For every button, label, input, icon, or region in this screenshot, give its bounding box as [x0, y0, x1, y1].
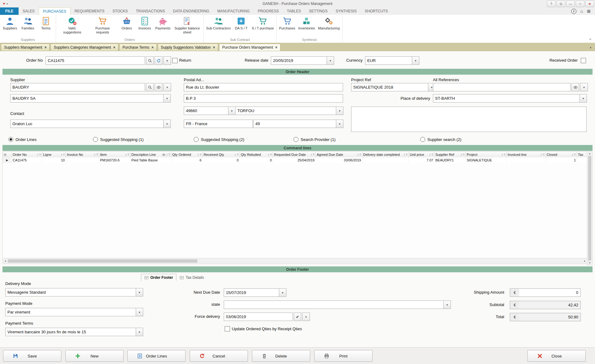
column-header[interactable]: Invoice NoΣ ∇ — [66, 151, 99, 158]
close-window-button[interactable]: ✕ — [585, 1, 594, 7]
column-header[interactable]: ProjectΣ ∇ — [466, 151, 507, 158]
quick-access-dropdown-icon[interactable]: ▾ — [7, 2, 8, 5]
grid-cell[interactable]: 6 — [171, 157, 203, 163]
grid-cell[interactable] — [66, 157, 99, 163]
payment-mode-dropdown-button[interactable]: ▾ — [136, 308, 143, 316]
department-input[interactable]: 49 — [253, 120, 336, 128]
currency-dropdown-button[interactable]: ▾ — [412, 56, 419, 65]
column-header[interactable]: Delivery date completedΣ ∇ — [362, 151, 409, 158]
delivery-mode-input[interactable]: Messagerie Standard — [5, 288, 136, 296]
payment-mode-input[interactable]: Par virement — [5, 308, 136, 316]
scroll-thumb[interactable] — [8, 259, 197, 263]
tab-close-icon[interactable]: × — [275, 45, 277, 50]
grid-cell[interactable]: PM160720-5 — [99, 157, 130, 163]
tab-close-icon[interactable]: × — [152, 45, 154, 50]
doc-tab-suppliers-categories-management[interactable]: Suppliers Categories Management × — [51, 44, 118, 51]
ribbon-collapse-icon[interactable]: ^ — [589, 38, 591, 42]
grid-cell[interactable]: 03/06/2019 — [316, 157, 362, 163]
order-lines-button[interactable]: Order Lines — [127, 350, 186, 362]
ribbon-suppliers-button[interactable]: Suppliers — [1, 16, 19, 31]
ribbon-st-purchase-button[interactable]: S / T purchase — [250, 16, 275, 31]
menu-tab-settings[interactable]: SETTINGS — [305, 7, 332, 15]
sort-filter-icons[interactable]: Σ ∇ — [429, 153, 433, 156]
tab-close-icon[interactable]: × — [113, 45, 115, 50]
sort-filter-icons[interactable]: Σ ∇ — [311, 153, 315, 156]
order-no-dropdown-button[interactable]: ▾ — [163, 56, 171, 65]
close-button[interactable]: Close — [527, 350, 586, 362]
column-header[interactable]: Unit priceΣ ∇ — [409, 151, 434, 158]
shipping-amount-input[interactable]: 0 — [519, 288, 581, 297]
column-header[interactable]: Qty OrderedΣ ∇ — [171, 151, 203, 158]
view-option-suggested-shopping-1[interactable]: Suggested Shopping (1) — [93, 137, 143, 142]
department-dropdown-button[interactable]: ▾ — [336, 120, 343, 128]
help-button[interactable]: ? — [547, 1, 556, 7]
grid-row[interactable]: ▶ CA11475 10 PM160720-5 Pied Table Basse… — [2, 157, 588, 163]
sort-filter-icons[interactable]: Σ ∇ — [235, 153, 239, 156]
order-no-input[interactable]: CA11475 — [46, 56, 145, 65]
supplier-name-dropdown-button[interactable]: ▾ — [164, 94, 171, 103]
tab-close-icon[interactable]: × — [213, 45, 215, 50]
sort-filter-icons[interactable]: Σ ∇ — [501, 153, 505, 156]
all-references-input[interactable] — [433, 83, 571, 91]
payment-terms-dropdown-button[interactable]: ▾ — [136, 328, 143, 336]
view-option-search-provider-1[interactable]: Search Provider (1) — [293, 137, 336, 142]
sort-filter-icons[interactable]: Σ ∇ — [37, 153, 41, 156]
ribbon-purchase-requests-button[interactable]: Purchase requests — [87, 16, 118, 35]
new-button[interactable]: New — [65, 350, 124, 362]
sort-filter-icons[interactable]: Σ ∇ — [166, 153, 170, 156]
sort-filter-icons[interactable]: Σ ∇ — [540, 153, 544, 156]
view-option-suggested-shopping-2[interactable]: Suggested Shopping (2) — [194, 137, 244, 142]
tab-list-dropdown-icon[interactable]: ▾ — [587, 46, 594, 51]
menu-tab-requirements[interactable]: REQUIREMENTS — [70, 7, 108, 15]
column-header[interactable]: Qty RebuttedΣ ∇ — [240, 151, 273, 158]
grid-cell[interactable]: SIGNALETIQUE — [466, 157, 507, 163]
calculator-icon[interactable]: ⊞ — [587, 9, 591, 14]
column-header[interactable]: Description LineΣ ∇ — [130, 151, 171, 158]
info-icon[interactable]: i — [571, 9, 576, 14]
ribbon-da-st-button[interactable]: DA S / T — [232, 16, 250, 31]
tab-close-icon[interactable]: × — [44, 45, 46, 50]
vertical-scrollbar[interactable]: ▴ ▾ — [587, 151, 593, 265]
column-header[interactable]: Supplier RefΣ ∇ — [434, 151, 466, 158]
postcode-dropdown-button[interactable]: ▾ — [228, 107, 236, 115]
grid-body[interactable] — [2, 163, 588, 258]
payment-terms-input[interactable]: Virement bancaire 30 jours fin de mois l… — [5, 328, 136, 336]
state-dropdown-button[interactable]: ▾ — [444, 300, 451, 309]
menu-tab-progress[interactable]: PROGRESS — [254, 7, 283, 15]
menu-tab-transactions[interactable]: TRANSACTIONS — [132, 7, 169, 15]
supplier-search-button[interactable] — [146, 83, 154, 91]
eye-icon[interactable] — [162, 153, 165, 156]
scroll-left-icon[interactable]: ◂ — [3, 260, 8, 262]
print-button[interactable]: Print — [314, 350, 372, 362]
sort-filter-icons[interactable]: Σ ∇ — [357, 153, 361, 156]
order-search-button[interactable] — [146, 56, 154, 65]
doc-tab-supply-suggestions-validation[interactable]: Supply Suggestions Validation × — [158, 44, 218, 51]
tab-tax-details[interactable]: Tax Details — [176, 274, 207, 281]
grid-cell[interactable]: CA11475 — [12, 157, 42, 163]
view-option-supplier-search-2[interactable]: Supplier search (2) — [420, 137, 461, 142]
ribbon-orders-button[interactable]: Orders — [118, 16, 136, 31]
horizontal-scrollbar[interactable]: ◂ ▸ — [2, 258, 588, 264]
grid-cell[interactable]: 25/04/2019 — [273, 157, 316, 163]
address-line1-input[interactable]: Rue du Lt. Bouvier — [184, 83, 343, 91]
return-checkbox[interactable] — [172, 58, 178, 63]
doc-tab-purchase-orders-management[interactable]: Purchase Orders Management × — [219, 44, 280, 51]
menu-tab-sales[interactable]: SALES — [19, 7, 39, 15]
grid-cell[interactable]: BEAUDRY1 — [434, 157, 466, 163]
ribbon-purchases-button[interactable]: Purchases — [278, 16, 297, 31]
menu-tab-purchases[interactable]: PURCHASES — [39, 7, 71, 15]
column-header[interactable]: Requested Due DateΣ ∇ — [273, 151, 316, 158]
supplier-code-input[interactable]: BAUDRY — [10, 83, 145, 91]
column-header[interactable]: Order NoΣ ∇ — [12, 151, 42, 158]
grid-cell[interactable] — [507, 157, 546, 163]
delivery-notes-box[interactable] — [351, 107, 587, 132]
place-of-delivery-input[interactable]: ST-BARTH — [433, 94, 580, 103]
supplier-name-input[interactable]: BAUDRY SA — [10, 94, 164, 103]
delivery-mode-dropdown-button[interactable]: ▾ — [136, 288, 143, 296]
currency-input[interactable]: EUR — [365, 56, 412, 65]
sort-filter-icons[interactable]: Σ ∇ — [403, 153, 408, 156]
all-references-dropdown-button[interactable]: ▾ — [580, 83, 588, 91]
scroll-down-icon[interactable]: ▾ — [589, 261, 590, 264]
contact-input[interactable]: Graton Luc — [10, 120, 164, 128]
received-order-checkbox[interactable] — [581, 58, 586, 63]
